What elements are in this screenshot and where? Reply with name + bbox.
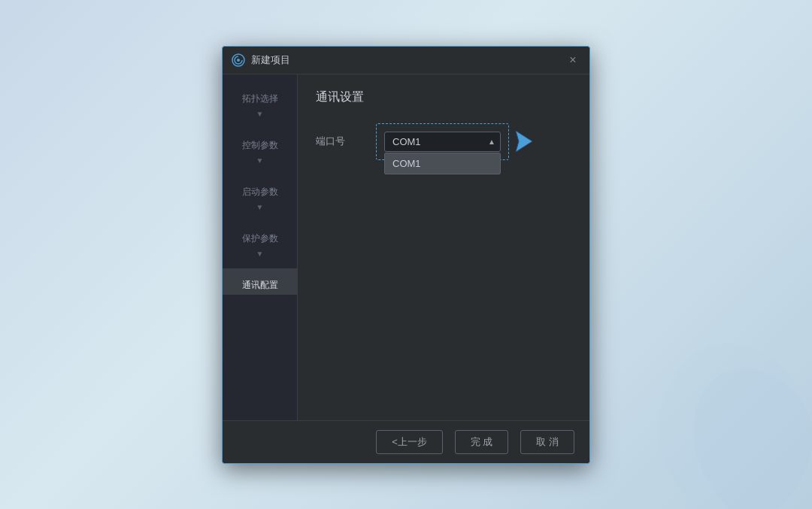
close-button[interactable]: × bbox=[565, 53, 580, 68]
dropdown-arrow-icon: ▲ bbox=[488, 138, 495, 146]
dropdown-option-com1[interactable]: COM1 bbox=[385, 153, 500, 174]
sidebar-item-control[interactable]: 控制参数 ▼ bbox=[223, 129, 297, 175]
dropdown-container: COM1 ▲ COM1 bbox=[384, 132, 501, 152]
app-icon bbox=[232, 53, 245, 67]
finish-button[interactable]: 完 成 bbox=[455, 430, 509, 454]
chevron-icon-startup: ▼ bbox=[256, 203, 264, 211]
port-label: 端口号 bbox=[316, 135, 376, 148]
chevron-icon-topology: ▼ bbox=[256, 110, 264, 118]
dialog-body: 拓扑选择 ▼ 控制参数 ▼ 启动参数 ▼ 保护参数 ▼ 通讯配置 通讯设置 bbox=[223, 74, 589, 420]
cursor-arrow-icon bbox=[508, 131, 532, 152]
window-title: 新建项目 bbox=[251, 53, 290, 67]
cancel-button[interactable]: 取 消 bbox=[520, 430, 574, 454]
new-project-dialog: 新建项目 × 拓扑选择 ▼ 控制参数 ▼ 启动参数 ▼ 保护参数 ▼ bbox=[222, 46, 590, 464]
port-dropdown[interactable]: COM1 ▲ bbox=[384, 132, 501, 152]
chevron-icon-control: ▼ bbox=[256, 156, 264, 165]
sidebar-item-protection[interactable]: 保护参数 ▼ bbox=[223, 222, 297, 268]
sidebar-item-comm[interactable]: 通讯配置 bbox=[223, 268, 297, 295]
title-bar: 新建项目 × bbox=[223, 47, 589, 74]
dialog-footer: <上一步 完 成 取 消 bbox=[223, 420, 589, 463]
prev-button[interactable]: <上一步 bbox=[376, 430, 443, 454]
port-dropdown-value: COM1 bbox=[392, 136, 421, 147]
dropdown-wrapper: COM1 ▲ COM1 bbox=[376, 123, 509, 160]
section-title: 通讯设置 bbox=[316, 89, 571, 105]
sidebar-item-topology[interactable]: 拓扑选择 ▼ bbox=[223, 82, 297, 129]
sidebar-item-startup[interactable]: 启动参数 ▼ bbox=[223, 175, 297, 222]
chevron-icon-protection: ▼ bbox=[256, 250, 264, 258]
svg-point-1 bbox=[237, 59, 240, 62]
port-row: 端口号 COM1 ▲ COM1 bbox=[316, 123, 571, 160]
dropdown-menu: COM1 bbox=[384, 153, 501, 174]
svg-marker-2 bbox=[516, 131, 532, 152]
title-bar-left: 新建项目 bbox=[232, 53, 290, 67]
sidebar: 拓扑选择 ▼ 控制参数 ▼ 启动参数 ▼ 保护参数 ▼ 通讯配置 bbox=[223, 74, 298, 420]
content-area: 通讯设置 端口号 COM1 ▲ COM1 bbox=[298, 74, 589, 420]
